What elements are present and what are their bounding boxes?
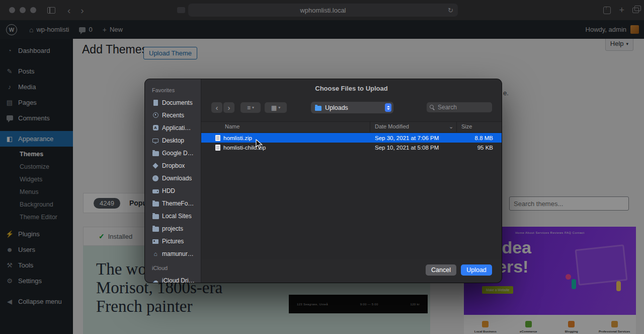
- location-dropdown[interactable]: Uploads: [311, 102, 393, 113]
- sidebar-item-applications[interactable]: Applicati…: [152, 121, 201, 134]
- column-divider: [370, 122, 370, 132]
- list-view-button[interactable]: ≡▾: [240, 102, 261, 113]
- desktop-icon: [152, 139, 158, 143]
- sidebar-item-local-sites[interactable]: Local Sites: [152, 210, 201, 222]
- hdd-icon: [152, 189, 159, 193]
- sidebar-item-google-drive[interactable]: Google D…: [152, 147, 201, 159]
- sidebar-item-hdd[interactable]: HDD: [152, 184, 201, 197]
- column-name[interactable]: Name: [225, 123, 239, 129]
- downloads-icon: [152, 175, 158, 181]
- location-label: Uploads: [325, 104, 381, 111]
- icloud-drive-icon: ☁: [152, 278, 158, 283]
- cancel-button[interactable]: Cancel: [426, 264, 456, 276]
- file-size: 95 KB: [448, 145, 493, 151]
- applications-icon: [153, 125, 158, 130]
- column-divider: [456, 122, 457, 132]
- favorites-header: Favorites: [152, 87, 201, 93]
- file-size: 8.8 MB: [448, 135, 493, 141]
- folder-icon: [152, 202, 159, 207]
- sidebar-item-pictures[interactable]: Pictures: [152, 235, 201, 247]
- file-row-homlisti-zip[interactable]: homlisti.zip Sep 30, 2021 at 7:06 PM 8.8…: [201, 133, 502, 143]
- sidebar-item-projects[interactable]: projects: [152, 222, 201, 235]
- search-icon: [430, 105, 435, 110]
- chevron-down-icon: ▾: [252, 105, 254, 110]
- column-date-modified[interactable]: Date Modified: [375, 123, 409, 129]
- sidebar-item-recents[interactable]: Recents: [152, 109, 201, 121]
- home-icon: ⌂: [153, 251, 157, 257]
- uploads-folder-icon: [315, 106, 321, 111]
- sidebar-item-documents[interactable]: Documents: [152, 96, 201, 109]
- dropbox-icon: [152, 163, 158, 168]
- recents-icon: [153, 112, 158, 118]
- chevron-down-icon: ▾: [278, 105, 280, 110]
- file-icon: [215, 145, 220, 151]
- dropdown-carets-icon: [385, 103, 391, 112]
- grid-view-button[interactable]: ▦▾: [265, 102, 287, 113]
- dialog-toolbar: ‹ › ≡▾ ▦▾ Uploads: [201, 97, 502, 118]
- documents-icon: [153, 100, 158, 106]
- file-row-homlisti-child-zip[interactable]: homlisti-child.zip Sep 10, 2021 at 5:08 …: [201, 143, 502, 152]
- back-button[interactable]: ‹: [211, 102, 222, 113]
- dialog-main: Choose Files to Upload ‹ › ≡▾ ▦▾ Uploads…: [201, 79, 502, 283]
- sidebar-item-downloads[interactable]: Downloads: [152, 172, 201, 184]
- file-date: Sep 30, 2021 at 7:06 PM: [375, 135, 439, 141]
- dialog-search-input[interactable]: [437, 103, 489, 111]
- folder-icon: [152, 227, 159, 232]
- forward-button[interactable]: ›: [223, 102, 234, 113]
- dialog-title: Choose Files to Upload: [201, 79, 502, 97]
- mouse-cursor: [256, 139, 263, 150]
- sidebar-item-dropbox[interactable]: Dropbox: [152, 159, 201, 172]
- dialog-search-field[interactable]: [427, 102, 492, 112]
- file-icon: [215, 135, 220, 141]
- file-name: homlisti.zip: [223, 135, 252, 141]
- sidebar-item-desktop[interactable]: Desktop: [152, 134, 201, 147]
- file-list: homlisti.zip Sep 30, 2021 at 7:06 PM 8.8…: [201, 132, 502, 259]
- upload-button[interactable]: Upload: [461, 264, 492, 276]
- column-size[interactable]: Size: [461, 123, 472, 129]
- sidebar-item-themeforest[interactable]: ThemeFo…: [152, 197, 201, 210]
- pictures-icon: [152, 239, 158, 244]
- google-drive-icon: [152, 151, 159, 156]
- file-upload-dialog: Favorites Documents Recents Applicati… D…: [145, 79, 502, 283]
- sidebar-item-icloud-drive[interactable]: ☁iCloud Dri…: [152, 274, 201, 283]
- grid-view-icon: ▦: [271, 104, 277, 111]
- dialog-sidebar: Favorites Documents Recents Applicati… D…: [145, 79, 201, 283]
- list-column-headers: Name Date Modified ⌄ Size: [201, 121, 502, 132]
- sort-caret-icon[interactable]: ⌄: [449, 123, 453, 130]
- icloud-header: iCloud: [152, 265, 201, 271]
- sidebar-item-home[interactable]: ⌂mamunur…: [152, 247, 201, 260]
- folder-icon: [152, 214, 159, 219]
- list-view-icon: ≡: [247, 104, 251, 111]
- file-date: Sep 10, 2021 at 5:08 PM: [375, 145, 439, 151]
